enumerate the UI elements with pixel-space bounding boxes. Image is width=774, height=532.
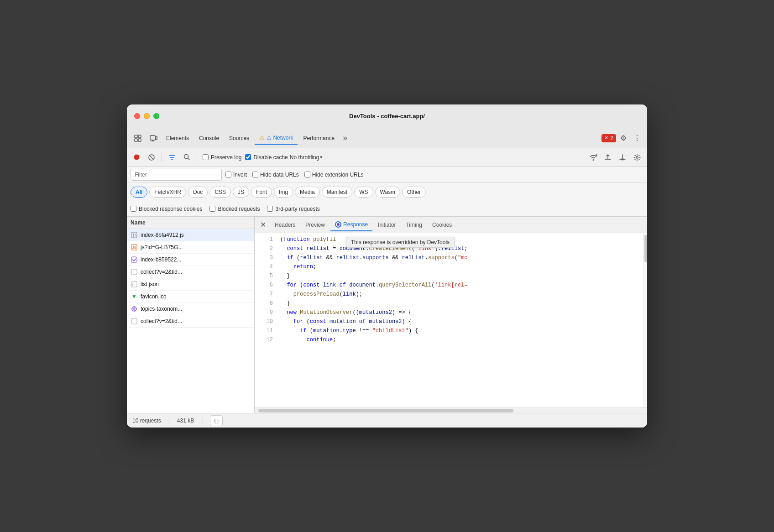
svg-rect-0 <box>135 135 137 138</box>
response-tab[interactable]: Response <box>330 219 372 231</box>
hide-extension-urls-checkbox[interactable]: Hide extension URLs <box>304 172 364 178</box>
settings-button[interactable]: ⚙ <box>617 132 630 145</box>
console-tab[interactable]: Console <box>194 132 224 144</box>
type-filter-other[interactable]: Other <box>402 187 426 198</box>
search-button[interactable] <box>180 151 193 164</box>
elements-tab[interactable]: Elements <box>162 132 194 144</box>
close-panel-button[interactable]: ✕ <box>256 219 269 231</box>
more-tabs-button[interactable]: » <box>340 131 350 145</box>
type-filter-doc[interactable]: Doc <box>188 187 208 198</box>
device-icon[interactable] <box>146 131 161 146</box>
minimize-button[interactable] <box>144 113 150 119</box>
blocked-requests-checkbox[interactable]: Blocked requests <box>209 206 260 212</box>
code-line-3: 3 if (relList && relList.supports && rel… <box>255 253 643 262</box>
wifi-settings-button[interactable] <box>587 151 600 164</box>
maximize-button[interactable] <box>153 113 159 119</box>
status-divider-1: | <box>168 417 170 424</box>
blocked-requests-input[interactable] <box>209 206 215 212</box>
blocked-cookies-input[interactable] <box>131 206 136 212</box>
file-item-collect-1[interactable]: collect?v=2&tid... <box>127 266 254 278</box>
file-item-ganalytics[interactable]: JS js?id=G-LB75G... <box>127 241 254 254</box>
type-filter-css[interactable]: CSS <box>209 187 231 198</box>
cursor-icon[interactable] <box>131 131 145 146</box>
type-filter-img[interactable]: Img <box>274 187 293 198</box>
file-item-collect-2[interactable]: collect?v=2&tid... <box>127 315 254 328</box>
headers-tab[interactable]: Headers <box>270 219 300 231</box>
type-filter-wasm[interactable]: Wasm <box>375 187 401 198</box>
line-code-4: return; <box>280 262 316 271</box>
upload-button[interactable] <box>601 151 614 164</box>
network-settings-button[interactable] <box>631 151 643 164</box>
line-code-7: processPreload(link); <box>280 290 362 299</box>
hide-data-urls-checkbox[interactable]: Hide data URLs <box>252 172 299 178</box>
code-line-5: 5 } <box>255 271 643 281</box>
line-code-11: if (mutation.type !== "childList") { <box>280 326 418 335</box>
hide-extension-urls-input[interactable] <box>304 172 310 177</box>
timing-tab[interactable]: Timing <box>401 219 427 231</box>
network-tab[interactable]: ⚠ ⚠ Network <box>255 131 298 145</box>
horizontal-scrollbar[interactable] <box>255 407 647 413</box>
third-party-input[interactable] <box>267 206 273 212</box>
horiz-scroll-thumb[interactable] <box>258 409 513 412</box>
hide-data-urls-input[interactable] <box>252 172 258 177</box>
svg-rect-20 <box>131 269 137 275</box>
hide-extension-urls-label: Hide extension URLs <box>312 172 364 178</box>
code-viewer[interactable]: This response is overridden by DevTools … <box>255 233 643 407</box>
line-code-8: } <box>280 299 290 308</box>
code-line-1: 1 (function polyfil <box>255 235 643 244</box>
clear-button[interactable] <box>145 151 158 164</box>
filter-input[interactable] <box>131 169 222 181</box>
throttle-label: No throttling <box>290 154 319 161</box>
record-button[interactable]: ⏺ <box>131 151 143 164</box>
line-number-10: 10 <box>258 317 273 326</box>
error-count: 2 <box>610 135 613 141</box>
disable-cache-input[interactable] <box>245 154 251 160</box>
sources-tab[interactable]: Sources <box>225 132 254 144</box>
type-filter-all[interactable]: All <box>131 187 147 198</box>
response-active-icon <box>335 221 341 228</box>
third-party-checkbox[interactable]: 3rd-party requests <box>267 206 319 212</box>
preserve-log-checkbox[interactable]: Preserve log <box>203 154 241 161</box>
file-item-index-b[interactable]: index-b859522... <box>127 254 254 266</box>
svg-line-9 <box>150 156 153 159</box>
download-button[interactable] <box>616 151 629 164</box>
initiator-tab[interactable]: Initiator <box>373 219 400 231</box>
preview-tab[interactable]: Preview <box>301 219 329 231</box>
file-item-list-json[interactable]: {} list.json <box>127 278 254 291</box>
code-line-9: 9 new MutationObserver((mutations2) => { <box>255 308 643 317</box>
vertical-scrollbar[interactable] <box>643 233 647 407</box>
blocked-cookies-checkbox[interactable]: Blocked response cookies <box>131 206 202 212</box>
error-badge[interactable]: ✕ 2 <box>601 134 616 142</box>
type-filter-media[interactable]: Media <box>295 187 320 198</box>
third-party-label: 3rd-party requests <box>275 206 319 212</box>
code-line-12: 12 continue; <box>255 335 643 344</box>
file-item-topics[interactable]: topics-taxonom... <box>127 303 254 315</box>
close-button[interactable] <box>134 113 140 119</box>
performance-tab[interactable]: Performance <box>298 132 339 144</box>
invert-input[interactable] <box>225 172 231 177</box>
disable-cache-label: Disable cache <box>253 154 288 161</box>
type-filter-ws[interactable]: WS <box>354 187 373 198</box>
json-file-icon: {} <box>131 281 138 288</box>
file-name-index-js: index-8bfa4912.js <box>141 232 251 238</box>
file-item-index-js[interactable]: js index-8bfa4912.js <box>127 229 254 241</box>
svg-rect-25 <box>131 318 137 324</box>
status-bar: 10 requests | 431 kB | { } <box>127 413 647 428</box>
type-filter-fetch-xhr[interactable]: Fetch/XHR <box>149 187 186 198</box>
format-button[interactable]: { } <box>210 415 223 426</box>
throttle-selector[interactable]: No throttling ▾ <box>290 154 323 161</box>
type-filter-js[interactable]: JS <box>233 187 249 198</box>
filter-toggle-button[interactable] <box>166 151 178 164</box>
disable-cache-checkbox[interactable]: Disable cache <box>245 154 288 161</box>
scrollbar-thumb[interactable] <box>644 235 647 262</box>
response-panel: ✕ Headers Preview Response Initiator Tim… <box>255 217 647 413</box>
file-item-favicon[interactable]: ▼ favicon.ico <box>127 291 254 303</box>
more-options-button[interactable]: ⋮ <box>631 132 643 145</box>
throttle-arrow-icon: ▾ <box>320 154 323 160</box>
invert-checkbox[interactable]: Invert <box>225 172 247 178</box>
cookies-tab[interactable]: Cookies <box>428 219 456 231</box>
ext-js-icon: JS <box>131 244 138 251</box>
type-filter-manifest[interactable]: Manifest <box>322 187 352 198</box>
preserve-log-input[interactable] <box>203 154 209 160</box>
type-filter-font[interactable]: Font <box>251 187 272 198</box>
